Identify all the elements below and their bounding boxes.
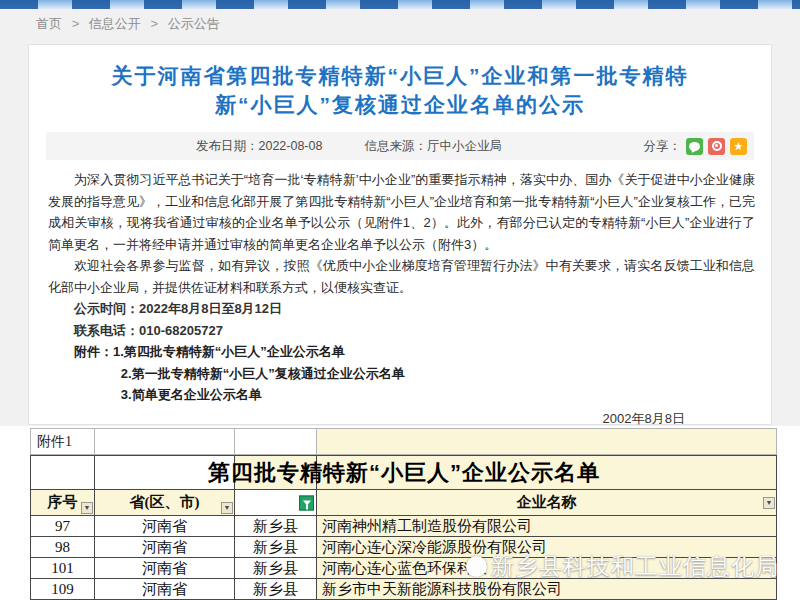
page-title-line2: 新“小巨人”复核通过企业名单的公示: [29, 90, 771, 119]
page-title: 关于河南省第四批专精特新“小巨人”企业和第一批专精特 新“小巨人”复核通过企业名…: [29, 61, 771, 119]
share-bar: 分享： ★: [644, 138, 748, 155]
watermark-text: 新乡县科技和工业信息化局: [491, 551, 779, 582]
cell-serial: 98: [31, 537, 95, 558]
header-company-name: 企业名称 ▼: [317, 490, 777, 516]
table-row: 109 河南省 新乡县 新乡市中天新能源科技股份有限公司: [31, 579, 777, 600]
cell-province: 河南省: [95, 558, 235, 579]
attachment-link-2[interactable]: 2.第一批专精特新“小巨人”复核通过企业公示名单: [48, 363, 755, 385]
breadcrumb-separator: >: [150, 16, 158, 31]
cell-province: 河南省: [95, 516, 235, 537]
wechat-bubble-icon: [689, 142, 700, 151]
attachment-sheet: 附件1 第四批专精特新“小巨人”企业公示名单 序号 ▼ 省(区、市): [0, 426, 800, 600]
breadcrumb-home[interactable]: 首页: [36, 16, 62, 31]
breadcrumb-separator: >: [72, 16, 80, 31]
autofilter-dropdown-icon[interactable]: ▼: [81, 502, 93, 514]
article-paragraph: 欢迎社会各界参与监督，如有异议，按照《优质中小企业梯度培育管理暂行办法》中有关要…: [48, 255, 755, 298]
sheet-label: 附件1: [31, 429, 95, 455]
watermark-logo-icon: [466, 556, 487, 577]
sheet-cell-empty: [235, 429, 317, 455]
table-title-row: 第四批专精特新“小巨人”企业公示名单: [31, 456, 777, 490]
cell-county: 新乡县: [235, 516, 317, 537]
publish-date: 发布日期：2022-08-08: [46, 138, 322, 155]
attachments-label: 附件：: [74, 344, 113, 359]
attachment-link-3[interactable]: 3.简单更名企业公示名单: [48, 384, 755, 406]
funnel-icon: [303, 500, 311, 505]
notice-period-line: 公示时间：2022年8月8日至8月12日: [48, 298, 755, 320]
watermark: 新乡县科技和工业信息化局: [466, 552, 779, 580]
table-header-row: 序号 ▼ 省(区、市) ▼ 企业名称 ▼: [31, 490, 777, 516]
autofilter-dropdown-icon[interactable]: ▼: [221, 502, 233, 514]
article-paragraph: 为深入贯彻习近平总书记关于“培育一批‘专精特新’中小企业”的重要指示精神，落实中…: [48, 169, 755, 255]
active-filter-icon[interactable]: [299, 495, 314, 510]
cell-province: 河南省: [95, 537, 235, 558]
sheet-cell-empty: [95, 429, 235, 455]
autofilter-dropdown-icon[interactable]: ▼: [763, 497, 775, 509]
attachment-line-1: 附件：1.第四批专精特新“小巨人”企业公示名单: [48, 341, 755, 363]
cell-serial: 101: [31, 558, 95, 579]
header-province: 省(区、市) ▼: [95, 490, 235, 516]
cell-serial: 109: [31, 579, 95, 600]
weibo-share-icon[interactable]: [708, 138, 725, 155]
cell-province: 河南省: [95, 579, 235, 600]
cell-serial: 97: [31, 516, 95, 537]
header-label: 企业名称: [517, 493, 577, 512]
page-title-line1: 关于河南省第四批专精特新“小巨人”企业和第一批专精特: [29, 61, 771, 90]
qzone-star-share-icon[interactable]: ★: [730, 138, 747, 155]
breadcrumb-current: 公示公告: [168, 16, 220, 31]
cell-county: 新乡县: [235, 579, 317, 600]
info-source: 信息来源：厅中小企业局: [364, 138, 502, 155]
article-meta-bar: 发布日期：2022-08-08 信息来源：厅中小企业局 分享： ★: [46, 132, 754, 160]
header-label: 省(区、市): [130, 493, 200, 512]
sheet-label-row: 附件1: [30, 428, 777, 455]
header-county-filtered: [235, 490, 317, 516]
cell-county: 新乡县: [235, 558, 317, 579]
page: 首页 > 信息公开 > 公示公告 关于河南省第四批专精特新“小巨人”企业和第一批…: [0, 0, 800, 600]
header-label: 序号: [48, 493, 78, 512]
article-card: 关于河南省第四批专精特新“小巨人”企业和第一批专精特 新“小巨人”复核通过企业名…: [28, 44, 772, 425]
contact-phone-line: 联系电话：010-68205727: [48, 320, 755, 342]
table-row: 97 河南省 新乡县 河南神州精工制造股份有限公司: [31, 516, 777, 537]
cell-county: 新乡县: [235, 537, 317, 558]
breadcrumb-info-disclosure[interactable]: 信息公开: [89, 16, 141, 31]
breadcrumb: 首页 > 信息公开 > 公示公告: [36, 15, 220, 33]
header-serial-number: 序号 ▼: [31, 490, 95, 516]
cell-company: 河南神州精工制造股份有限公司: [317, 516, 777, 537]
table-title: 第四批专精特新“小巨人”企业公示名单: [31, 456, 777, 490]
attachment-link-1[interactable]: 1.第四批专精特新“小巨人”企业公示名单: [113, 344, 345, 359]
cell-company: 新乡市中天新能源科技股份有限公司: [317, 579, 777, 600]
sheet-cell-empty: [317, 429, 777, 455]
share-label: 分享：: [644, 138, 682, 155]
wechat-share-icon[interactable]: [686, 138, 703, 155]
top-nav-bar-edge: [0, 0, 800, 9]
article-body: 为深入贯彻习近平总书记关于“培育一批‘专精特新’中小企业”的重要指示精神，落实中…: [48, 169, 755, 429]
weibo-eye-icon: [712, 141, 722, 151]
